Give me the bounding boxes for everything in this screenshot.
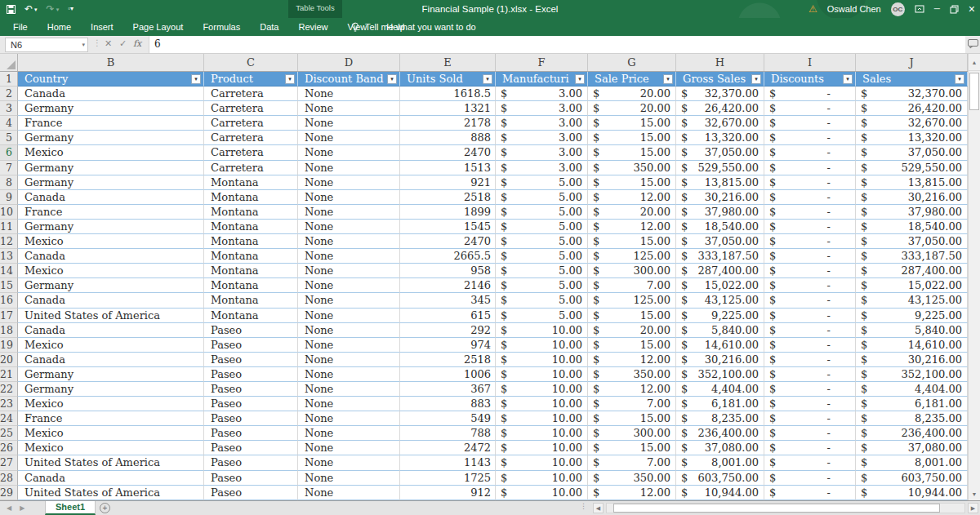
cell[interactable]: Mexico [18, 441, 204, 455]
cell[interactable]: None [298, 382, 400, 397]
cell[interactable]: $15,022.00 [676, 278, 764, 293]
cell[interactable]: $32,670.00 [676, 116, 764, 131]
filter-dropdown-icon[interactable]: ▾ [575, 74, 585, 84]
cell[interactable]: $10.00 [496, 353, 588, 367]
cell[interactable]: $10.00 [496, 441, 588, 455]
cancel-icon[interactable]: ✕ [105, 38, 112, 49]
table-header-gross-sales[interactable]: Gross Sales▾ [676, 72, 764, 87]
row-header[interactable]: 8 [0, 175, 18, 190]
warning-icon[interactable]: ⚠ [808, 4, 817, 14]
cell[interactable]: $15.00 [588, 175, 676, 190]
cell[interactable]: $287,400.00 [856, 264, 968, 278]
ribbon-tab-file[interactable]: File [3, 18, 38, 36]
ribbon-tab-home[interactable]: Home [38, 18, 81, 36]
row-header[interactable]: 29 [0, 486, 18, 500]
cell[interactable]: Canada [18, 190, 204, 205]
cell[interactable]: Germany [18, 367, 204, 382]
cell[interactable]: $37,980.00 [676, 205, 764, 220]
cell[interactable]: $15.00 [588, 131, 676, 145]
cell[interactable]: $- [764, 190, 856, 205]
filter-dropdown-icon[interactable]: ▾ [483, 74, 492, 84]
cell[interactable]: Carretera [204, 145, 298, 160]
cell[interactable]: 883 [400, 397, 496, 411]
cell[interactable]: $10.00 [496, 426, 588, 441]
cell[interactable]: $37,050.00 [676, 145, 764, 160]
row-header[interactable]: 13 [0, 249, 18, 264]
cell[interactable]: 1006 [400, 367, 496, 382]
cell[interactable]: $287,400.00 [676, 264, 764, 278]
cell[interactable]: Canada [18, 471, 204, 486]
cell[interactable]: $352,100.00 [856, 367, 968, 382]
cell[interactable]: $5.00 [496, 205, 588, 220]
cell[interactable]: None [298, 309, 400, 323]
cell[interactable]: $12.00 [588, 190, 676, 205]
cell[interactable]: $37,050.00 [856, 145, 968, 160]
row-header[interactable]: 18 [0, 323, 18, 338]
cell[interactable]: Montana [204, 205, 298, 220]
cell[interactable]: Carretera [204, 116, 298, 131]
row-header[interactable]: 9 [0, 190, 18, 205]
cell[interactable]: $352,100.00 [676, 367, 764, 382]
cell[interactable]: $333,187.50 [856, 249, 968, 264]
filter-dropdown-icon[interactable]: ▾ [751, 74, 761, 84]
cell[interactable]: $30,216.00 [676, 190, 764, 205]
row-header[interactable]: 28 [0, 471, 18, 486]
cell[interactable]: Montana [204, 264, 298, 278]
save-icon[interactable] [7, 5, 16, 14]
customize-qat-icon[interactable]: ▫▾ [68, 6, 74, 12]
cell[interactable]: Montana [204, 190, 298, 205]
cell[interactable]: 788 [400, 426, 496, 441]
cell[interactable]: $9,225.00 [676, 309, 764, 323]
cell[interactable]: None [298, 175, 400, 190]
cell[interactable]: $5,840.00 [676, 323, 764, 338]
cell[interactable]: France [18, 205, 204, 220]
row-header[interactable]: 2 [0, 87, 18, 101]
cell[interactable]: None [298, 205, 400, 220]
cell[interactable]: 2518 [400, 190, 496, 205]
scroll-right-icon[interactable]: ▶ [968, 503, 978, 513]
cell[interactable]: $- [764, 397, 856, 411]
cell[interactable]: Montana [204, 309, 298, 323]
cell[interactable]: $- [764, 411, 856, 426]
cell[interactable]: $15.00 [588, 309, 676, 323]
cell[interactable]: $15.00 [588, 145, 676, 160]
horizontal-scrollbar[interactable] [606, 503, 965, 513]
cell[interactable]: $125.00 [588, 249, 676, 264]
cell[interactable]: 2178 [400, 116, 496, 131]
cell[interactable]: $9,225.00 [856, 309, 968, 323]
row-header[interactable]: 6 [0, 145, 18, 160]
cell[interactable]: 1545 [400, 220, 496, 234]
row-header[interactable]: 19 [0, 338, 18, 353]
cell[interactable]: $300.00 [588, 264, 676, 278]
cell[interactable]: $20.00 [588, 101, 676, 116]
cell[interactable]: $13,320.00 [856, 131, 968, 145]
cell[interactable]: $37,080.00 [676, 441, 764, 455]
cell[interactable]: $5.00 [496, 175, 588, 190]
cell[interactable]: $3.00 [496, 131, 588, 145]
row-header[interactable]: 3 [0, 101, 18, 116]
cell[interactable]: $- [764, 323, 856, 338]
cell[interactable]: $- [764, 353, 856, 367]
cell[interactable]: Paseo [204, 441, 298, 455]
cell[interactable]: $10.00 [496, 471, 588, 486]
cell[interactable]: Germany [18, 278, 204, 293]
cell[interactable]: $3.00 [496, 145, 588, 160]
row-header[interactable]: 11 [0, 220, 18, 234]
next-sheet-icon[interactable]: ▶ [20, 504, 24, 512]
cell[interactable]: $529,550.00 [856, 161, 968, 175]
cell[interactable]: 1321 [400, 101, 496, 116]
cell[interactable]: $12.00 [588, 382, 676, 397]
row-header[interactable]: 17 [0, 309, 18, 323]
cell[interactable]: $5.00 [496, 249, 588, 264]
table-header-sales[interactable]: Sales▾ [856, 72, 968, 87]
cell[interactable]: United States of America [18, 309, 204, 323]
cell[interactable]: 549 [400, 411, 496, 426]
row-header[interactable]: 4 [0, 116, 18, 131]
row-header[interactable]: 24 [0, 411, 18, 426]
cell[interactable]: 974 [400, 338, 496, 353]
comment-bubble-icon[interactable] [968, 39, 978, 49]
cell[interactable]: $- [764, 293, 856, 308]
cell[interactable]: $15,022.00 [856, 278, 968, 293]
close-button[interactable]: × [969, 3, 975, 15]
cell[interactable]: Paseo [204, 455, 298, 470]
